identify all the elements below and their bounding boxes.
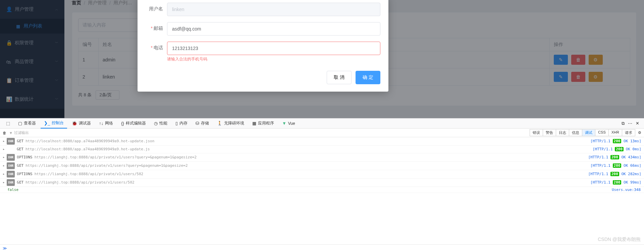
phone-error-msg: 请输入合法的手机号码 xyxy=(167,56,380,62)
log-method: GET xyxy=(17,146,23,152)
filter-btn-请求[interactable]: 请求 xyxy=(622,129,635,136)
console-filter-bar: 🗑 ▼ 过滤输出 错误警告日志信息调试CSSXHR请求 ⚙ xyxy=(0,129,644,137)
filter-btn-CSS[interactable]: CSS xyxy=(595,129,609,136)
log-row[interactable]: ▸ GET http://localhost:8080/app.a74aa489… xyxy=(0,146,644,153)
log-url: https://lianghj.top:8888/api/private/v1/… xyxy=(25,163,187,169)
expand-arrow-icon[interactable]: ▸ xyxy=(3,163,7,169)
log-method: OPTIONS xyxy=(17,171,32,177)
log-url: https://lianghj.top:8888/api/private/v1/… xyxy=(35,171,144,177)
log-row[interactable]: ▸ XHR GET https://lianghj.top:8888/api/p… xyxy=(0,179,644,187)
devtools: ⬚ ▢查看器 ❯_控制台 🐞调试器 ↑↓网络 {}样式编辑器 ◷性能 ▯内存 ⛁… xyxy=(0,118,644,252)
tab-inspector[interactable]: ▢查看器 xyxy=(15,118,39,128)
username-input xyxy=(167,3,380,16)
watermark: CSDN @我爱布朗熊 xyxy=(598,237,641,243)
tab-vue[interactable]: ▼Vue xyxy=(279,119,299,128)
log-url: http://localhost:8080/app.a74aa489699949… xyxy=(25,146,150,152)
filter-btn-警告[interactable]: 警告 xyxy=(543,129,556,136)
filter-btn-日志[interactable]: 日志 xyxy=(556,129,569,136)
log-status: [HTTP/1.1 200 OK 13ms] xyxy=(590,138,641,144)
trash-icon[interactable]: 🗑 xyxy=(3,131,6,135)
tab-network[interactable]: ↑↓网络 xyxy=(96,118,116,128)
email-input[interactable] xyxy=(167,22,380,36)
log-method: GET xyxy=(17,163,23,169)
log-row[interactable]: ▸ XHR OPTIONS https://lianghj.top:8888/a… xyxy=(0,170,644,179)
xhr-badge: XHR xyxy=(7,154,15,161)
filter-btn-错误[interactable]: 错误 xyxy=(530,129,543,136)
tab-debugger[interactable]: 🐞调试器 xyxy=(68,118,94,128)
filter-btn-信息[interactable]: 信息 xyxy=(569,129,582,136)
log-source[interactable]: Users.vue:348 xyxy=(608,187,644,193)
log-url: https://lianghj.top:8888/api/private/v1/… xyxy=(25,180,135,186)
log-status: [HTTP/1.1 200 OK 99ms] xyxy=(590,180,641,186)
xhr-badge: XHR xyxy=(7,138,15,145)
expand-arrow-icon[interactable]: ▸ xyxy=(3,138,7,144)
filter-input[interactable]: ▼ 过滤输出 xyxy=(9,130,29,135)
dock-icon[interactable]: ⧉ xyxy=(622,121,625,126)
log-status: [HTTP/1.1 200 OK 0ms] xyxy=(593,146,641,152)
log-value: false xyxy=(0,187,26,193)
log-row[interactable]: ▸ XHR OPTIONS https://lianghj.top:8888/a… xyxy=(0,153,644,162)
log-url: https://lianghj.top:8888/api/private/v1/… xyxy=(35,154,197,160)
xhr-badge: XHR xyxy=(7,162,15,169)
log-row[interactable]: ▸ XHR GET http://localhost:8080/app.a74a… xyxy=(0,137,644,146)
log-method: GET xyxy=(17,138,23,144)
phone-input[interactable] xyxy=(167,42,380,55)
console-log[interactable]: ▸ XHR GET http://localhost:8080/app.a74a… xyxy=(0,137,644,244)
expand-arrow-icon[interactable]: ▸ xyxy=(3,154,7,160)
devtools-tabs: ⬚ ▢查看器 ❯_控制台 🐞调试器 ↑↓网络 {}样式编辑器 ◷性能 ▯内存 ⛁… xyxy=(0,118,644,129)
tab-accessibility[interactable]: 🚶无障碍环境 xyxy=(214,118,248,128)
xhr-badge: XHR xyxy=(7,171,15,178)
email-label: *邮箱 xyxy=(146,22,167,32)
confirm-button[interactable]: 确 定 xyxy=(356,71,380,84)
tab-style-editor[interactable]: {}样式编辑器 xyxy=(118,118,149,128)
log-method: GET xyxy=(17,180,23,186)
log-status: [HTTP/1.1 200 OK 434ms] xyxy=(588,154,641,160)
filter-btn-XHR[interactable]: XHR xyxy=(608,129,622,136)
close-icon[interactable]: ✕ xyxy=(636,121,639,126)
tab-performance[interactable]: ◷性能 xyxy=(151,118,171,128)
log-status: [HTTP/1.1 200 OK 282ms] xyxy=(588,171,641,177)
phone-label: *电话 xyxy=(146,42,167,51)
log-method: OPTIONS xyxy=(17,154,32,160)
tab-application[interactable]: ▦应用程序 xyxy=(249,118,277,128)
log-url: http://localhost:8080/app.a74aa489699949… xyxy=(25,138,154,144)
expand-arrow-icon[interactable]: ▸ xyxy=(3,171,7,177)
log-status: [HTTP/1.1 200 OK 66ms] xyxy=(590,163,641,169)
expand-arrow-icon[interactable]: ▸ xyxy=(3,180,7,186)
username-label: 用户名 xyxy=(146,3,167,12)
xhr-badge: XHR xyxy=(7,179,15,186)
console-input[interactable]: ≫ xyxy=(0,244,644,252)
filter-btn-调试[interactable]: 调试 xyxy=(582,129,595,136)
cancel-button[interactable]: 取 消 xyxy=(327,71,352,84)
tab-memory[interactable]: ▯内存 xyxy=(172,118,191,128)
settings-gear-icon[interactable]: ⚙ xyxy=(638,131,641,135)
funnel-icon: ▼ xyxy=(9,131,13,135)
more-icon[interactable]: ⋯ xyxy=(628,121,632,126)
inspector-picker[interactable]: ⬚ xyxy=(3,119,13,128)
tab-storage[interactable]: ⛁存储 xyxy=(192,118,212,128)
tab-console[interactable]: ❯_控制台 xyxy=(41,118,67,129)
edit-user-dialog: 用户名 *邮箱 *电话 请输入合法的手机号码 取 消 确 xyxy=(138,0,388,92)
log-row[interactable]: ▸ XHR GET https://lianghj.top:8888/api/p… xyxy=(0,162,644,170)
expand-arrow-icon[interactable]: ▸ xyxy=(3,146,7,152)
